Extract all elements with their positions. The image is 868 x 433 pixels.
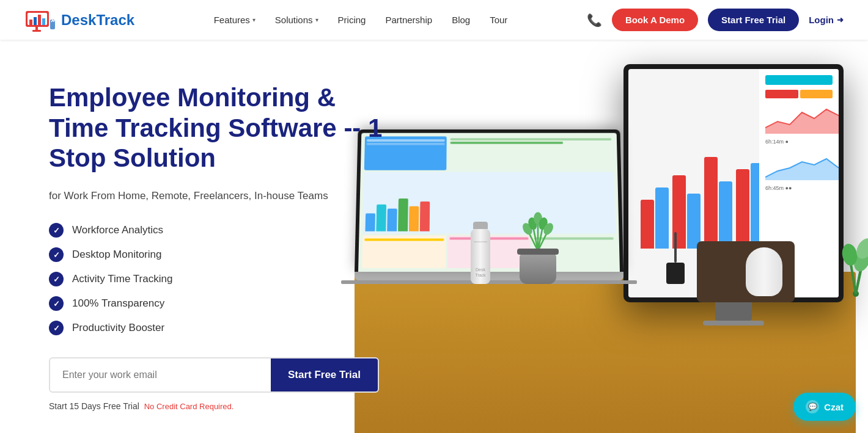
chart-bar <box>655 187 669 249</box>
hero-title: Employee Monitoring & Time Tracking Soft… <box>49 82 391 173</box>
stat-row <box>765 90 833 98</box>
pen-stick <box>674 232 677 263</box>
trial-note: Start 15 Days Free Trial No Credit Card … <box>49 401 391 411</box>
hero-image: 6h:14m ● 6h:45m ●● <box>391 70 844 424</box>
nav-item-partnership[interactable]: Partnership <box>385 15 432 25</box>
feature-label: 100% Transparency <box>72 297 164 310</box>
svg-rect-3 <box>34 17 37 25</box>
chat-widget[interactable]: 💬 Czat <box>793 393 856 421</box>
list-item: 100% Transparency <box>49 296 391 311</box>
logo-text: DeskTrack <box>61 12 134 29</box>
features-list: Workforce Analytics Desktop Monitoring A… <box>49 223 391 335</box>
area-chart <box>765 103 839 134</box>
hero-illustration: 6h:14m ● 6h:45m ●● <box>355 64 856 433</box>
monitor-base <box>703 321 764 326</box>
chart-bar <box>719 181 732 249</box>
hero-content: Employee Monitoring & Time Tracking Soft… <box>49 70 391 411</box>
hero-section: Employee Monitoring & Time Tracking Soft… <box>0 40 868 433</box>
chat-bubble-icon: 💬 <box>806 400 819 413</box>
svg-rect-2 <box>29 20 32 25</box>
chart-bar <box>736 169 749 249</box>
bar-group <box>704 157 732 249</box>
mouse <box>746 247 782 296</box>
pen-cup <box>666 263 685 284</box>
bar-group <box>641 187 669 249</box>
check-icon <box>49 247 64 262</box>
stat-bar <box>765 75 833 85</box>
side-plant-svg <box>813 233 868 306</box>
nav-item-blog[interactable]: Blog <box>452 15 470 25</box>
nav-item-features[interactable]: Features ▾ <box>214 15 256 25</box>
feature-label: Desktop Monitoring <box>72 249 161 261</box>
chart-bar <box>687 194 701 249</box>
chevron-down-icon: ▾ <box>315 16 318 23</box>
no-cc-text: No Credit Card Required. <box>144 402 234 411</box>
nav-item-solutions[interactable]: Solutions ▾ <box>275 15 318 25</box>
chevron-down-icon: ▾ <box>252 16 256 23</box>
plant-leaves <box>520 211 556 253</box>
login-button[interactable]: Login ➜ <box>809 15 844 25</box>
hero-subtitle: for Work From Home, Remote, Freelancers,… <box>49 188 391 204</box>
list-item: Activity Time Tracking <box>49 272 391 286</box>
list-item: Productivity Booster <box>49 321 391 335</box>
side-plant <box>813 233 862 308</box>
chart-bar <box>641 200 654 249</box>
bottle: DeskTrack <box>471 222 490 284</box>
plant <box>513 211 562 284</box>
feature-label: Activity Time Tracking <box>72 273 172 285</box>
logo-icon <box>24 7 56 33</box>
check-icon <box>49 321 64 335</box>
book-demo-button[interactable]: Book A Demo <box>612 9 698 31</box>
monitor-stand <box>715 302 752 321</box>
chart-bar <box>704 157 718 249</box>
nav-links: Features ▾ Solutions ▾ Pricing Partnersh… <box>214 15 508 25</box>
mouse-body <box>746 247 782 296</box>
svg-rect-6 <box>35 27 38 30</box>
nav-item-pricing[interactable]: Pricing <box>338 15 366 25</box>
list-item: Desktop Monitoring <box>49 247 391 262</box>
navbar: DeskTrack Features ▾ Solutions ▾ Pricing… <box>0 0 868 40</box>
svg-rect-5 <box>42 18 45 25</box>
pen-stand <box>666 263 685 284</box>
check-icon <box>49 272 64 286</box>
bottle-cap <box>473 222 488 229</box>
check-icon <box>49 296 64 311</box>
bottle-body: DeskTrack <box>471 229 490 284</box>
chat-label: Czat <box>824 402 844 412</box>
start-trial-nav-button[interactable]: Start Free Trial <box>708 9 799 31</box>
start-trial-button[interactable]: Start Free Trial <box>271 358 378 391</box>
svg-rect-7 <box>32 30 41 32</box>
phone-icon[interactable]: 📞 <box>587 13 602 27</box>
feature-label: Workforce Analytics <box>72 224 163 236</box>
feature-label: Productivity Booster <box>72 322 164 334</box>
check-icon <box>49 223 64 238</box>
email-input[interactable] <box>50 358 271 391</box>
nav-item-tour[interactable]: Tour <box>490 15 507 25</box>
nav-actions: 📞 Book A Demo Start Free Trial Login ➜ <box>587 9 844 31</box>
list-item: Workforce Analytics <box>49 223 391 238</box>
plant-pot <box>520 253 556 284</box>
logo[interactable]: DeskTrack <box>24 7 134 33</box>
area-chart-2 <box>765 150 839 180</box>
svg-rect-4 <box>38 15 41 25</box>
email-form: Start Free Trial <box>49 357 379 393</box>
arrow-right-icon: ➜ <box>837 15 844 24</box>
